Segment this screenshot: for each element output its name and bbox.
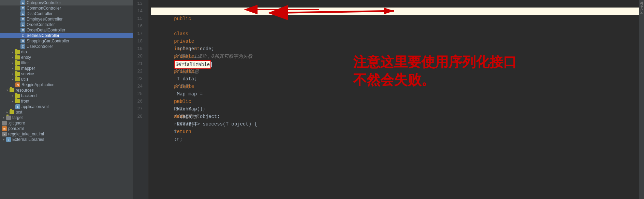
iml-icon: ≡	[2, 132, 7, 136]
sidebar-item-label: backend	[21, 93, 36, 98]
line-num-17: 17	[133, 30, 145, 38]
sidebar-item-resources[interactable]: ▾ resources	[0, 88, 133, 93]
line-num-20: 20	[133, 53, 145, 60]
folder-icon	[15, 61, 20, 65]
folder-icon	[15, 50, 20, 54]
folder-icon	[15, 72, 20, 76]
sidebar-item-utils[interactable]: ▸ utils	[0, 77, 133, 82]
expand-icon: ▸	[1, 138, 6, 141]
folder-icon	[10, 88, 14, 92]
line-num-21: 21	[133, 60, 145, 68]
sidebar-item-ShoppingCartController[interactable]: C ShoppingCartController	[0, 38, 133, 44]
code-line-26: r.data = object;	[151, 98, 639, 105]
line-num-25: 25	[133, 90, 145, 98]
line-num-18: 18	[133, 38, 145, 45]
line-num-19: 19	[133, 45, 145, 53]
sidebar-item-label: SetmealController	[27, 33, 59, 38]
sidebar-item-label: ShoppingCartController	[27, 39, 69, 43]
sidebar-item-label: dto	[21, 50, 27, 54]
right-strip-label: Projects	[640, 1, 643, 14]
line-num-22: 22	[133, 68, 145, 75]
sidebar-item-label: UserController	[27, 44, 53, 49]
sidebar-item-application-yml[interactable]: a application.yml	[0, 104, 133, 109]
sidebar-item-gitignore[interactable]: . .gitignore	[0, 120, 133, 126]
expand-icon: ▸	[10, 67, 15, 70]
class-icon: C	[20, 44, 25, 49]
code-editor[interactable]: 13 14 15 16 17 18 19 20 21 22 23 24 25 2…	[133, 0, 639, 199]
sidebar-item-label: reggie_take_out.iml	[8, 132, 44, 136]
sidebar-item-service[interactable]: ▸ service	[0, 71, 133, 77]
sidebar-item-label: test	[16, 110, 22, 115]
sidebar-item-OrderController[interactable]: C OrderController	[0, 22, 133, 27]
sidebar-item-label: front	[21, 99, 29, 104]
sidebar-item-label: mapper	[21, 66, 35, 71]
file-icon: .	[2, 121, 7, 125]
code-line-15	[151, 15, 639, 23]
sidebar-item-label: OrderDetailController	[27, 28, 65, 32]
sidebar-item-SetmealController[interactable]: C SetmealController	[0, 33, 133, 38]
line-numbers: 13 14 15 16 17 18 19 20 21 22 23 24 25 2…	[133, 0, 148, 199]
sidebar-item-filter[interactable]: ▸ filter	[0, 60, 133, 66]
folder-icon	[15, 55, 20, 59]
folder-icon	[15, 66, 20, 70]
expand-icon: ▸	[10, 94, 15, 97]
sidebar-item-pom-xml[interactable]: m pom.xml	[0, 126, 133, 131]
line-num-28: 28	[133, 113, 145, 120]
right-panel-strip: Projects	[639, 0, 644, 199]
sidebar-item-UserController[interactable]: C UserController	[0, 44, 133, 49]
sidebar-item-label: ReggieApplication	[21, 82, 55, 87]
folder-icon	[6, 116, 11, 120]
sidebar-item-label: .gitignore	[8, 121, 25, 125]
sidebar-item-label: EmployeeController	[27, 17, 62, 22]
sidebar-item-EmployeeController[interactable]: C EmployeeController	[0, 16, 133, 22]
sidebar-item-front[interactable]: ▸ front	[0, 98, 133, 104]
line-num-14: 14	[133, 8, 145, 15]
sidebar-item-external-libraries[interactable]: ▸ E External Libraries	[0, 137, 133, 142]
line-num-15: 15	[133, 15, 145, 23]
annotation-line2: 不然会失败。	[353, 72, 435, 87]
code-content[interactable]: @Data public class R<T> implements Seria…	[148, 0, 639, 199]
sidebar-item-CommonController[interactable]: C CommonController	[0, 5, 133, 11]
folder-icon	[15, 94, 20, 98]
sidebar-item-OrderDetailController[interactable]: C OrderDetailController	[0, 27, 133, 33]
project-tree[interactable]: C CategoryController C CommonController …	[0, 0, 133, 199]
sidebar-item-backend[interactable]: ▸ backend	[0, 93, 133, 98]
sidebar-item-target[interactable]: ▸ target	[0, 115, 133, 120]
folder-icon	[15, 99, 20, 103]
sidebar-item-reggie-iml[interactable]: ≡ reggie_take_out.iml	[0, 131, 133, 137]
class-icon: C	[20, 11, 25, 16]
sidebar-item-label: External Libraries	[12, 137, 44, 142]
class-icon: R	[15, 82, 20, 87]
expand-icon: ▸	[10, 56, 15, 59]
sidebar-item-DishController[interactable]: C DishController	[0, 11, 133, 16]
line-num-24: 24	[133, 83, 145, 90]
sidebar-item-test[interactable]: ▸ test	[0, 109, 133, 115]
line-num-27: 27	[133, 105, 145, 113]
line-num-26: 26	[133, 98, 145, 105]
code-line-14: public class R<T> implements Serializabl…	[151, 8, 639, 15]
keyword-token: return	[174, 129, 191, 134]
class-icon: C	[20, 22, 25, 27]
sidebar-item-label: OrderController	[27, 22, 55, 27]
sidebar-item-dto[interactable]: ▸ dto	[0, 49, 133, 55]
sidebar-item-label: filter	[21, 61, 29, 65]
expand-icon: ▸	[10, 78, 15, 81]
sidebar-item-ReggieApplication[interactable]: R ReggieApplication	[0, 82, 133, 88]
sidebar-item-CategoryController[interactable]: C CategoryController	[0, 0, 133, 5]
folder-icon	[15, 77, 20, 81]
expand-icon: ▸	[1, 116, 6, 119]
expand-icon: ▸	[10, 100, 15, 103]
folder-icon	[10, 110, 14, 114]
class-icon: C	[20, 6, 25, 11]
annotation-line1: 注意这里要使用序列化接口	[353, 54, 517, 69]
yaml-icon: a	[15, 104, 20, 109]
ext-icon: E	[6, 137, 11, 142]
code-line-19	[151, 45, 639, 53]
line-num-16: 16	[133, 23, 145, 30]
sidebar-item-entity[interactable]: ▸ entity	[0, 55, 133, 60]
sidebar-item-label: utils	[21, 77, 28, 82]
sidebar-item-label: service	[21, 71, 34, 76]
expand-icon: ▸	[5, 110, 10, 114]
sidebar-item-mapper[interactable]: ▸ mapper	[0, 66, 133, 71]
code-line-28: return r;	[151, 113, 639, 120]
